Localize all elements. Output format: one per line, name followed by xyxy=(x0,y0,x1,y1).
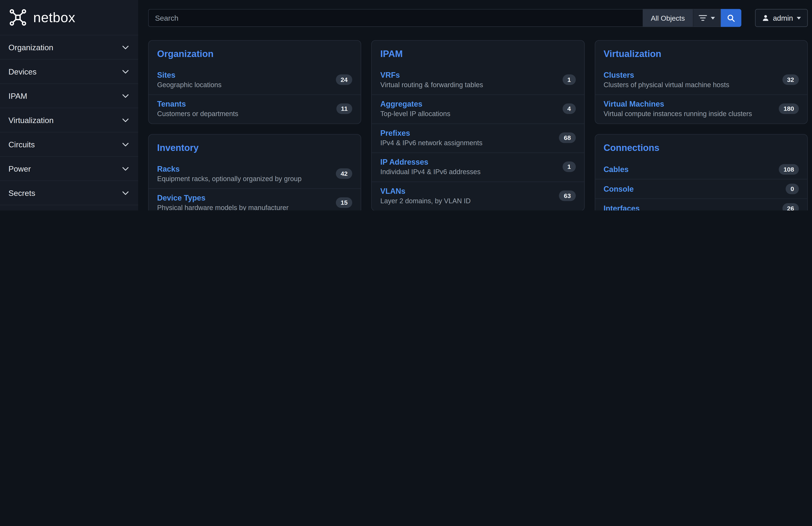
sidebar-item-label: IPAM xyxy=(9,91,27,100)
item-desc: Physical hardware models by manufacturer xyxy=(157,204,289,211)
search-button[interactable] xyxy=(721,9,741,27)
item-title[interactable]: Console xyxy=(604,185,634,193)
item-desc: Top-level IP allocations xyxy=(380,110,450,118)
netbox-logo-icon xyxy=(9,8,27,27)
item-title[interactable]: Cables xyxy=(604,165,629,174)
item-title[interactable]: Virtual Machines xyxy=(604,100,752,108)
item-title[interactable]: Sites xyxy=(157,71,221,79)
list-item-racks[interactable]: Racks Equipment racks, optionally organi… xyxy=(149,160,361,188)
search-icon xyxy=(727,14,735,22)
item-desc: Customers or departments xyxy=(157,110,238,118)
item-title[interactable]: Racks xyxy=(157,165,302,173)
sidebar-item-secrets[interactable]: Secrets xyxy=(0,181,138,205)
count-badge[interactable]: 11 xyxy=(336,103,352,114)
sidebar-item-organization[interactable]: Organization xyxy=(0,35,138,60)
caret-down-icon xyxy=(711,17,715,19)
sidebar-item-ipam[interactable]: IPAM xyxy=(0,84,138,108)
sidebar-item-label: Devices xyxy=(9,67,37,76)
count-badge[interactable]: 63 xyxy=(559,190,576,201)
chevron-down-icon xyxy=(121,116,130,124)
count-badge[interactable]: 0 xyxy=(786,184,799,194)
item-title[interactable]: IP Addresses xyxy=(380,158,480,166)
list-item-vrfs[interactable]: VRFs Virtual routing & forwarding tables… xyxy=(372,66,584,95)
sidebar-nav: Organization Devices IPAM Virtualization… xyxy=(0,35,138,211)
search-group: All Objects xyxy=(148,9,741,27)
list-item-console[interactable]: Console 0 xyxy=(595,179,807,199)
item-title[interactable]: VRFs xyxy=(380,71,483,79)
main-area: All Objects admin xyxy=(138,0,812,211)
object-type-button[interactable]: All Objects xyxy=(643,9,693,27)
item-desc: Geographic locations xyxy=(157,81,221,89)
count-badge[interactable]: 42 xyxy=(336,168,352,179)
card-virtualization: Virtualization Clusters Clusters of phys… xyxy=(595,40,808,124)
sidebar-item-virtualization[interactable]: Virtualization xyxy=(0,108,138,132)
item-title[interactable]: Prefixes xyxy=(380,129,482,137)
user-icon xyxy=(762,14,769,22)
sidebar-item-label: Organization xyxy=(9,43,53,52)
chevron-down-icon xyxy=(121,165,130,173)
list-item-ip-addresses[interactable]: IP Addresses Individual IPv4 & IPv6 addr… xyxy=(372,153,584,182)
caret-down-icon xyxy=(797,17,801,19)
user-name: admin xyxy=(773,14,793,22)
card-organization: Organization Sites Geographic locations … xyxy=(148,40,362,124)
item-title[interactable]: Tenants xyxy=(157,100,238,108)
list-item-tenants[interactable]: Tenants Customers or departments 11 xyxy=(149,95,361,124)
list-item-vlans[interactable]: VLANs Layer 2 domains, by VLAN ID 63 xyxy=(372,182,584,211)
chevron-down-icon xyxy=(121,43,130,52)
filter-icon xyxy=(698,14,707,22)
count-badge[interactable]: 1 xyxy=(563,74,576,85)
count-badge[interactable]: 4 xyxy=(563,103,576,114)
card-connections: Connections Cables 108 Console 0 Interfa… xyxy=(595,134,808,211)
count-badge[interactable]: 32 xyxy=(782,74,799,85)
card-title: Connections xyxy=(595,135,807,160)
sidebar-item-label: Power xyxy=(9,164,31,173)
topbar: All Objects admin xyxy=(138,0,812,36)
item-title[interactable]: Clusters xyxy=(604,71,729,79)
item-desc: Layer 2 domains, by VLAN ID xyxy=(380,197,470,205)
count-badge[interactable]: 15 xyxy=(336,197,352,208)
list-item-sites[interactable]: Sites Geographic locations 24 xyxy=(149,66,361,95)
item-desc: Clusters of physical virtual machine hos… xyxy=(604,81,729,89)
count-badge[interactable]: 24 xyxy=(336,74,352,85)
count-badge[interactable]: 108 xyxy=(779,164,799,175)
list-item-virtual-machines[interactable]: Virtual Machines Virtual compute instanc… xyxy=(595,95,807,124)
card-title: Virtualization xyxy=(595,41,807,66)
item-title[interactable]: Interfaces xyxy=(604,204,640,211)
count-badge[interactable]: 1 xyxy=(563,161,576,172)
sidebar-item-label: Circuits xyxy=(9,140,35,149)
sidebar: netbox Organization Devices IPAM Virtual… xyxy=(0,0,138,211)
count-badge[interactable]: 180 xyxy=(779,103,799,114)
item-title[interactable]: VLANs xyxy=(380,187,470,195)
count-badge[interactable]: 26 xyxy=(782,203,799,211)
sidebar-item-label: Virtualization xyxy=(9,116,54,125)
chevron-down-icon xyxy=(121,140,130,148)
list-item-device-types[interactable]: Device Types Physical hardware models by… xyxy=(149,188,361,211)
card-title: Organization xyxy=(149,41,361,66)
item-desc: Virtual compute instances running inside… xyxy=(604,110,752,118)
app: netbox Organization Devices IPAM Virtual… xyxy=(0,0,812,211)
list-item-cables[interactable]: Cables 108 xyxy=(595,160,807,179)
brand-name: netbox xyxy=(33,9,75,26)
dashboard: Organization Sites Geographic locations … xyxy=(138,36,812,211)
count-badge[interactable]: 68 xyxy=(559,132,576,143)
sidebar-item-power[interactable]: Power xyxy=(0,157,138,181)
item-desc: Virtual routing & forwarding tables xyxy=(380,81,483,89)
list-item-interfaces[interactable]: Interfaces 26 xyxy=(595,198,807,211)
item-desc: Individual IPv4 & IPv6 addresses xyxy=(380,168,480,176)
item-title[interactable]: Device Types xyxy=(157,194,289,202)
list-item-clusters[interactable]: Clusters Clusters of physical virtual ma… xyxy=(595,66,807,95)
sidebar-item-other[interactable]: Other xyxy=(0,205,138,211)
list-item-prefixes[interactable]: Prefixes IPv4 & IPv6 network assignments… xyxy=(372,124,584,153)
item-desc: Equipment racks, optionally organized by… xyxy=(157,175,302,183)
search-input[interactable] xyxy=(148,9,643,27)
sidebar-item-circuits[interactable]: Circuits xyxy=(0,132,138,157)
brand-logo[interactable]: netbox xyxy=(0,0,138,35)
card-ipam: IPAM VRFs Virtual routing & forwarding t… xyxy=(372,40,585,211)
filter-button[interactable] xyxy=(693,9,721,27)
sidebar-item-label: Secrets xyxy=(9,188,35,198)
user-menu-button[interactable]: admin xyxy=(755,9,808,27)
item-title[interactable]: Aggregates xyxy=(380,100,450,108)
chevron-down-icon xyxy=(121,91,130,100)
sidebar-item-devices[interactable]: Devices xyxy=(0,60,138,84)
list-item-aggregates[interactable]: Aggregates Top-level IP allocations 4 xyxy=(372,95,584,124)
